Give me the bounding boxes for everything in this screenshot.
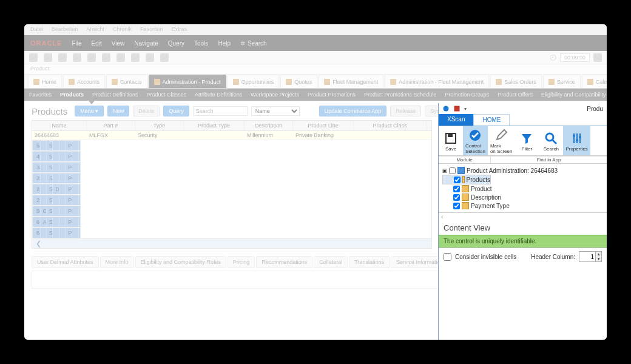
tree-node[interactable]: Products: [442, 175, 491, 184]
table-row[interactable]: 456488777SecurityPrivate Banking: [32, 151, 81, 162]
col-header[interactable]: Product Type: [184, 121, 245, 130]
save-small-icon[interactable]: [453, 105, 461, 112]
ribbon-funnel[interactable]: Filter: [515, 126, 539, 155]
detail-tab[interactable]: More Info: [100, 256, 134, 268]
col-header[interactable]: Product Class: [354, 121, 427, 130]
menu-query[interactable]: Query: [168, 40, 184, 47]
consider-invisible-checkbox[interactable]: [444, 253, 451, 261]
menu-button[interactable]: Menu: [75, 106, 104, 116]
header-column-input[interactable]: [579, 253, 595, 261]
ribbon-search[interactable]: Search: [539, 126, 563, 155]
menu-view[interactable]: View: [112, 40, 125, 47]
menu-tools[interactable]: Tools: [194, 40, 208, 47]
screen-tab[interactable]: Accounts: [63, 75, 105, 88]
new-button[interactable]: New: [107, 106, 129, 116]
ribbon-save[interactable]: Save: [439, 126, 463, 155]
spin-down[interactable]: ▾: [595, 257, 601, 261]
table-row[interactable]: 645648778APF UNSecurityPrivate Banking: [32, 217, 81, 228]
view-subtab[interactable]: Workspace Projects: [251, 92, 299, 98]
expand-icon[interactable]: ▣: [442, 168, 447, 174]
tool-icon[interactable]: [593, 53, 602, 62]
table-row[interactable]: 230845821SecurityPrivate Banking: [32, 195, 81, 206]
screen-tab[interactable]: Opportunities: [228, 75, 280, 88]
search-field-select[interactable]: Name: [251, 106, 300, 116]
os-menu-item[interactable]: Chronik: [113, 26, 132, 33]
tab-home[interactable]: HOME: [473, 114, 510, 126]
tool-icon[interactable]: [29, 53, 38, 62]
table-row[interactable]: 230845820SecurityDSL RouterPrivate Banki…: [32, 184, 81, 195]
table-row[interactable]: 26464683MLFGXSecurityMillenniumPrivate B…: [32, 131, 431, 140]
detail-tab[interactable]: Eligibility and Compatibility Rules: [135, 256, 226, 268]
view-subtab[interactable]: Product Classes: [147, 92, 187, 98]
view-subtab[interactable]: Attribute Definitions: [195, 92, 242, 98]
col-header[interactable]: Product Line: [293, 121, 354, 130]
tree-collapse[interactable]: ‹: [439, 212, 607, 221]
tool-icon[interactable]: [131, 53, 140, 62]
tool-icon[interactable]: [102, 53, 110, 62]
tree-checkbox[interactable]: [453, 186, 460, 192]
query-button[interactable]: Query: [163, 106, 189, 116]
delete-button[interactable]: Delete: [133, 106, 160, 116]
tree-node[interactable]: Product: [442, 184, 603, 193]
screen-tab[interactable]: Home: [28, 75, 62, 88]
detail-tab[interactable]: Collateral: [314, 256, 348, 268]
os-menu-item[interactable]: Bearbeiten: [52, 26, 78, 33]
view-subtab[interactable]: Products: [60, 92, 84, 98]
tool-icon[interactable]: [87, 53, 96, 62]
tool-icon[interactable]: [146, 53, 154, 62]
tool-icon[interactable]: [44, 53, 52, 62]
view-subtab[interactable]: Product Offers: [498, 92, 533, 98]
screen-tab[interactable]: Contacts: [106, 75, 147, 88]
col-header[interactable]: Type: [135, 121, 184, 130]
view-subtab[interactable]: Favorites: [29, 92, 52, 98]
spin-up[interactable]: ▴: [595, 252, 601, 257]
detail-tab[interactable]: Recommendations: [256, 256, 312, 268]
tab-xscan[interactable]: XScan: [439, 114, 473, 126]
detail-tab[interactable]: Pricing: [228, 256, 255, 268]
tree-node[interactable]: Payment Type: [442, 201, 603, 210]
os-menu-item[interactable]: Favoriten: [140, 26, 163, 33]
view-subtab[interactable]: Eligibility and Compatibility Matrices: [541, 92, 607, 98]
grid-scroll-left[interactable]: ❮: [32, 239, 432, 249]
screen-tab[interactable]: Administration - Product: [149, 75, 226, 88]
tree-checkbox[interactable]: [454, 177, 461, 183]
menu-file[interactable]: File: [72, 40, 81, 47]
global-search[interactable]: ✲ Search: [240, 40, 267, 47]
view-subtab[interactable]: Product Promotions Schedule: [364, 92, 436, 98]
screen-tab[interactable]: Sales Orders: [490, 75, 542, 88]
os-menu-item[interactable]: Ansicht: [87, 26, 105, 33]
screen-tab[interactable]: Quotes: [280, 75, 317, 88]
tool-icon[interactable]: [116, 53, 125, 62]
screen-tab[interactable]: Fleet Management: [319, 75, 383, 88]
tree-node[interactable]: Description: [442, 193, 603, 201]
detail-tab[interactable]: User Defined Attributes: [32, 256, 99, 268]
table-row[interactable]: 546464788SecurityPrivate Banking: [32, 140, 81, 151]
search-input[interactable]: [193, 106, 248, 116]
table-row[interactable]: 564654654GLSecurityPrivate Banking: [32, 206, 81, 217]
tree-checkbox[interactable]: [453, 203, 460, 209]
menu-navigate[interactable]: Navigate: [134, 40, 158, 47]
detail-tab[interactable]: Translations: [349, 256, 390, 268]
col-header[interactable]: Name: [32, 121, 87, 130]
screen-tab[interactable]: Service: [543, 75, 581, 88]
os-menu-item[interactable]: Extras: [172, 26, 187, 33]
tool-icon[interactable]: [73, 53, 81, 62]
release-button[interactable]: Release: [390, 106, 421, 116]
header-column-spinner[interactable]: ▴▾: [579, 251, 602, 262]
dropdown-icon[interactable]: ▾: [464, 106, 467, 112]
menu-help[interactable]: Help: [218, 40, 231, 47]
screen-tab[interactable]: Administration - Fleet Management: [385, 75, 489, 88]
update-commerce-button[interactable]: Update Commerce App: [319, 106, 387, 116]
tree-checkbox[interactable]: [449, 167, 456, 174]
tree-checkbox[interactable]: [453, 194, 460, 201]
table-row[interactable]: 646546542SecurityPrivate Banking: [32, 228, 81, 238]
view-subtab[interactable]: Promotion Groups: [445, 92, 489, 98]
ribbon-check[interactable]: ControlSelection: [463, 126, 488, 155]
col-header[interactable]: Part #: [87, 121, 135, 130]
tool-icon[interactable]: [160, 53, 169, 62]
view-subtab[interactable]: Product Definitions: [92, 92, 138, 98]
table-row[interactable]: 230845829SecurityPrivate Banking: [32, 173, 81, 184]
table-row[interactable]: 345377964SecurityPrivate Banking: [32, 162, 81, 173]
tree-node[interactable]: ▣Product Administration: 26464683: [442, 166, 603, 175]
os-menu-item[interactable]: Datei: [30, 26, 43, 33]
